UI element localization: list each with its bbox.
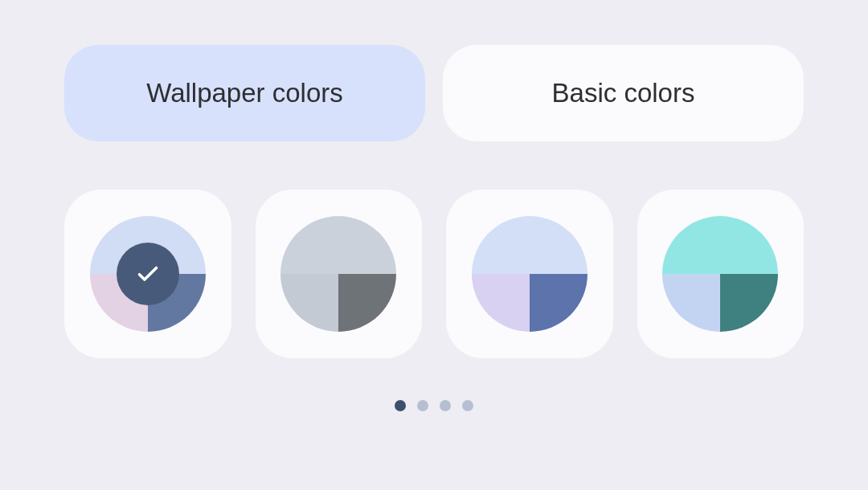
swatch-segment-bottom-left xyxy=(280,274,338,332)
palette-option-2[interactable] xyxy=(256,190,423,358)
color-palette-row xyxy=(64,190,804,358)
tab-label: Wallpaper colors xyxy=(146,78,343,108)
palette-option-3[interactable] xyxy=(446,190,613,358)
swatch-segment-bottom-left xyxy=(662,274,720,332)
selected-indicator xyxy=(117,243,179,305)
swatch-segment-top xyxy=(280,216,396,274)
swatch-segment-top xyxy=(662,216,778,274)
page-dot-4[interactable] xyxy=(462,400,473,411)
swatch-segment-bottom-right xyxy=(338,274,396,332)
swatch-segment-bottom-right xyxy=(530,274,588,332)
page-dot-1[interactable] xyxy=(395,400,406,411)
palette-option-1[interactable] xyxy=(64,190,231,358)
palette-swatch xyxy=(472,216,588,332)
swatch-segment-bottom-left xyxy=(472,274,530,332)
tab-basic-colors[interactable]: Basic colors xyxy=(443,45,804,141)
palette-swatch xyxy=(280,216,396,332)
check-icon xyxy=(133,259,162,288)
swatch-segment-bottom-right xyxy=(720,274,778,332)
palette-swatch xyxy=(662,216,778,332)
tab-wallpaper-colors[interactable]: Wallpaper colors xyxy=(64,45,425,141)
page-dot-2[interactable] xyxy=(417,400,428,411)
color-source-tabs: Wallpaper colors Basic colors xyxy=(64,45,804,141)
page-dot-3[interactable] xyxy=(440,400,451,411)
tab-label: Basic colors xyxy=(552,78,695,108)
swatch-segment-top xyxy=(472,216,588,274)
pagination-dots xyxy=(395,400,473,411)
palette-option-4[interactable] xyxy=(637,190,805,358)
